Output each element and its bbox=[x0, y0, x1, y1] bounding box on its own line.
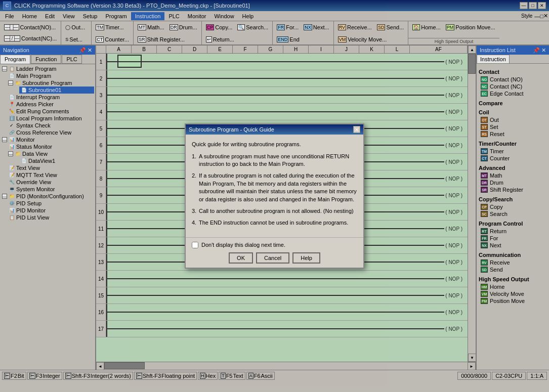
dialog-dont-display-row: Don't display this dialog next time. bbox=[192, 242, 357, 248]
dialog-title-bar: Subroutine Program - Quick Guide ✕ bbox=[186, 124, 363, 135]
dialog-body: Quick guide for writing subroutine progr… bbox=[186, 135, 363, 237]
dialog-dont-display-label: Don't display this dialog next time. bbox=[201, 242, 285, 248]
dialog-help-btn[interactable]: Help bbox=[292, 252, 320, 264]
dialog-cancel-btn[interactable]: Cancel bbox=[256, 252, 289, 264]
dialog-dont-display-checkbox[interactable] bbox=[192, 242, 198, 248]
dialog-button-row: OK Cancel Help bbox=[192, 252, 357, 264]
dialog-point-4: The END instruction cannot be used in su… bbox=[192, 219, 357, 227]
dialog-points-list: A subroutine program must have one uncon… bbox=[192, 153, 357, 227]
dialog-title-text: Subroutine Program - Quick Guide bbox=[189, 126, 274, 133]
dialog-overlay: Subroutine Program - Quick Guide ✕ Quick… bbox=[0, 0, 549, 392]
dialog-close-btn[interactable]: ✕ bbox=[353, 126, 360, 133]
dialog-ok-btn[interactable]: OK bbox=[229, 252, 253, 264]
dialog-point-3: Call to another subroutine program is no… bbox=[192, 207, 357, 215]
dialog-point-1: A subroutine program must have one uncon… bbox=[192, 153, 357, 168]
dialog-point-2: If a subroutine program is not called du… bbox=[192, 172, 357, 203]
dialog-subroutine-guide: Subroutine Program - Quick Guide ✕ Quick… bbox=[185, 123, 364, 269]
dialog-intro: Quick guide for writing subroutine progr… bbox=[192, 141, 357, 148]
dialog-footer: Don't display this dialog next time. OK … bbox=[186, 237, 363, 268]
